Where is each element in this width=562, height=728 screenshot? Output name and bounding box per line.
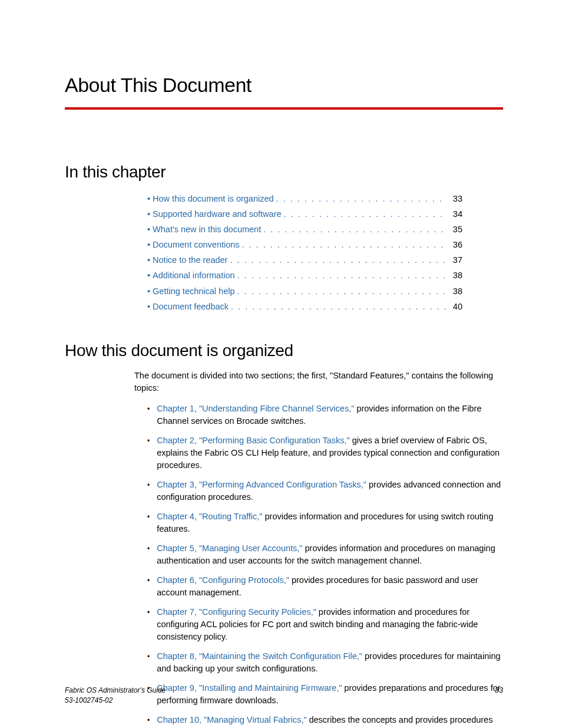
footer-page-number: 33 <box>495 686 503 706</box>
toc-page: 38 <box>449 268 462 283</box>
chapter-link[interactable]: Chapter 1, "Understanding Fibre Channel … <box>157 404 354 413</box>
bullet-icon: • <box>147 479 150 503</box>
section-how-organized: How this document is organized <box>65 341 503 360</box>
toc-leader <box>237 284 447 299</box>
toc-page: 38 <box>449 284 462 299</box>
list-item: •Chapter 8, "Maintaining the Switch Conf… <box>147 650 503 675</box>
list-item: •Chapter 3, "Performing Advanced Configu… <box>147 479 503 503</box>
chapter-link[interactable]: Chapter 7, "Configuring Security Policie… <box>157 607 316 617</box>
footer-doc-title: Fabric OS Administrator's Guide <box>65 686 166 696</box>
toc-link[interactable]: Document feedback <box>153 299 229 314</box>
chapter-link[interactable]: Chapter 6, "Configuring Protocols," <box>157 575 289 585</box>
bullet-icon: • <box>147 714 150 728</box>
chapter-link[interactable]: Chapter 3, "Performing Advanced Configur… <box>157 480 366 489</box>
toc-item[interactable]: •Supported hardware and software34 <box>147 206 462 222</box>
toc-leader <box>276 191 447 206</box>
bullet-icon: • <box>147 403 150 427</box>
title-rule <box>65 107 503 110</box>
toc-item[interactable]: •Notice to the reader37 <box>147 252 462 268</box>
chapter-link[interactable]: Chapter 10, "Managing Virtual Fabrics," <box>157 715 306 724</box>
list-item: •Chapter 1, "Understanding Fibre Channel… <box>147 403 503 427</box>
toc-link[interactable]: Supported hardware and software <box>153 206 281 222</box>
bullet-icon: • <box>147 299 150 314</box>
toc-page: 34 <box>449 206 462 222</box>
section-in-this-chapter: In this chapter <box>65 163 503 182</box>
bullet-icon: • <box>147 191 150 206</box>
list-item: •Chapter 2, "Performing Basic Configurat… <box>147 434 503 472</box>
list-item: •Chapter 10, "Managing Virtual Fabrics,"… <box>147 714 503 728</box>
list-item: •Chapter 5, "Managing User Accounts," pr… <box>147 542 503 567</box>
toc-link[interactable]: Additional information <box>153 268 234 283</box>
toc-item[interactable]: •What's new in this document35 <box>147 222 462 237</box>
page-title: About This Document <box>65 74 503 97</box>
list-item-text: Chapter 10, "Managing Virtual Fabrics," … <box>157 714 503 728</box>
bullet-icon: • <box>147 222 150 237</box>
toc-page: 36 <box>449 237 462 252</box>
toc-page: 35 <box>449 222 462 237</box>
toc-leader <box>242 237 447 252</box>
toc-link[interactable]: Notice to the reader <box>153 252 227 268</box>
list-item-text: Chapter 7, "Configuring Security Policie… <box>157 606 503 643</box>
bullet-icon: • <box>147 542 150 567</box>
toc-leader <box>237 268 447 283</box>
list-item: •Chapter 4, "Routing Traffic," provides … <box>147 510 503 535</box>
list-item-text: Chapter 8, "Maintaining the Switch Confi… <box>157 650 503 675</box>
bullet-icon: • <box>147 510 150 535</box>
toc-leader <box>231 299 447 314</box>
list-item: •Chapter 7, "Configuring Security Polici… <box>147 606 503 643</box>
footer-doc-number: 53-1002745-02 <box>65 696 166 706</box>
toc-link[interactable]: What's new in this document <box>153 222 261 237</box>
chapter-link[interactable]: Chapter 5, "Managing User Accounts," <box>157 543 302 553</box>
bullet-icon: • <box>147 237 150 252</box>
chapter-link[interactable]: Chapter 8, "Maintaining the Switch Confi… <box>157 651 362 661</box>
toc-item[interactable]: •Getting technical help38 <box>147 284 462 299</box>
list-item-text: Chapter 1, "Understanding Fibre Channel … <box>157 403 503 427</box>
toc-link[interactable]: Document conventions <box>153 237 240 252</box>
toc-leader <box>263 222 447 237</box>
bullet-icon: • <box>147 606 150 643</box>
toc-page: 33 <box>449 191 462 206</box>
toc-page: 37 <box>449 252 462 268</box>
toc-item[interactable]: •Additional information38 <box>147 268 462 283</box>
chapter-link[interactable]: Chapter 2, "Performing Basic Configurati… <box>157 436 350 445</box>
toc-item[interactable]: •Document feedback40 <box>147 299 462 314</box>
list-item: •Chapter 6, "Configuring Protocols," pro… <box>147 574 503 599</box>
chapter-link[interactable]: Chapter 4, "Routing Traffic," <box>157 512 262 521</box>
page-footer: Fabric OS Administrator's Guide 53-10027… <box>65 686 503 706</box>
intro-paragraph: The document is divided into two section… <box>134 370 503 394</box>
toc-link[interactable]: Getting technical help <box>153 284 234 299</box>
bullet-icon: • <box>147 206 150 222</box>
toc-leader <box>284 206 447 222</box>
bullet-icon: • <box>147 252 150 268</box>
list-item-text: Chapter 2, "Performing Basic Configurati… <box>157 434 503 472</box>
list-item-text: Chapter 6, "Configuring Protocols," prov… <box>157 574 503 599</box>
toc-leader <box>230 252 447 268</box>
bullet-icon: • <box>147 650 150 675</box>
list-item-text: Chapter 3, "Performing Advanced Configur… <box>157 479 503 503</box>
list-item-text: Chapter 4, "Routing Traffic," provides i… <box>157 510 503 535</box>
bullet-icon: • <box>147 284 150 299</box>
chapter-list: •Chapter 1, "Understanding Fibre Channel… <box>147 403 503 728</box>
bullet-icon: • <box>147 434 150 472</box>
toc-item[interactable]: •How this document is organized33 <box>147 191 462 206</box>
bullet-icon: • <box>147 268 150 283</box>
toc-link[interactable]: How this document is organized <box>153 191 274 206</box>
bullet-icon: • <box>147 574 150 599</box>
toc-list: •How this document is organized33•Suppor… <box>147 191 462 314</box>
list-item-text: Chapter 5, "Managing User Accounts," pro… <box>157 542 503 567</box>
toc-item[interactable]: •Document conventions36 <box>147 237 462 252</box>
toc-page: 40 <box>449 299 462 314</box>
